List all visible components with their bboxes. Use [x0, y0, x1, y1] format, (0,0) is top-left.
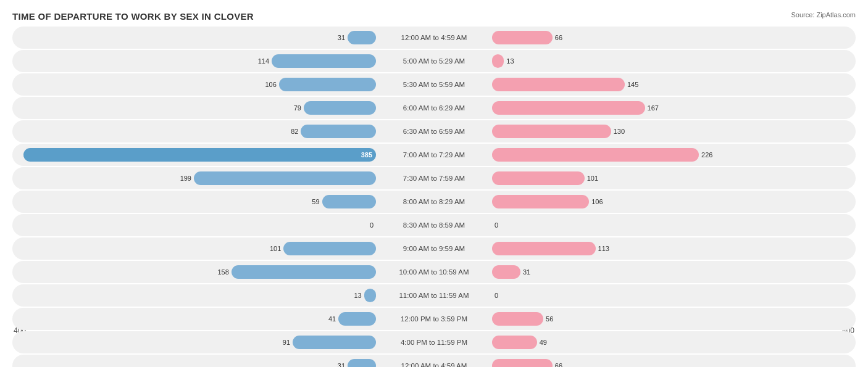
time-label: 10:00 AM to 10:59 AM: [378, 268, 490, 276]
male-outside-value: 106: [265, 81, 277, 88]
female-bar: [492, 171, 585, 185]
chart-row: 598:00 AM to 8:29 AM106: [12, 191, 856, 213]
row-inner: 1145:00 AM to 5:29 AM13: [12, 50, 856, 72]
male-outside-value: 31: [338, 34, 345, 41]
female-outside-value: 13: [506, 57, 514, 65]
male-outside-value: 91: [283, 339, 290, 346]
row-inner: 3857:00 AM to 7:29 AM226: [12, 144, 856, 166]
male-outside-value: 114: [258, 57, 269, 65]
right-section: 0: [490, 284, 856, 307]
time-label: 8:00 AM to 8:29 AM: [378, 198, 490, 205]
male-outside-value: 41: [328, 315, 336, 323]
right-section: 66: [490, 355, 856, 367]
left-section: 199: [12, 167, 378, 189]
chart-row: 3112:00 AM to 4:59 AM66: [12, 355, 856, 367]
female-bar: [492, 359, 553, 367]
female-bar: [492, 31, 553, 44]
time-label: 12:00 AM to 4:59 AM: [378, 34, 490, 41]
left-section: 91: [12, 331, 378, 353]
female-bar: [492, 242, 596, 255]
chart-row: 1019:00 AM to 9:59 AM113: [12, 237, 856, 260]
right-section: 167: [490, 97, 856, 119]
male-bar: [232, 265, 376, 279]
time-label: 12:00 PM to 3:59 PM: [378, 315, 490, 323]
row-inner: 3112:00 AM to 4:59 AM66: [12, 355, 856, 367]
female-zero-value: 0: [495, 292, 498, 299]
chart-row: 1145:00 AM to 5:29 AM13: [12, 50, 856, 72]
time-label: 4:00 PM to 11:59 PM: [378, 339, 490, 346]
male-value: 385: [357, 151, 372, 159]
left-section: 31: [12, 27, 378, 49]
row-inner: 796:00 AM to 6:29 AM167: [12, 97, 856, 119]
chart-row: 1311:00 AM to 11:59 AM0: [12, 284, 856, 307]
left-section: 79: [12, 97, 378, 119]
male-bar: [272, 54, 376, 68]
male-bar: [293, 336, 376, 349]
right-section: 49: [490, 331, 856, 353]
female-bar: [492, 148, 699, 162]
right-section: 13: [490, 50, 856, 72]
male-bar: [283, 242, 376, 255]
time-label: 12:00 AM to 4:59 AM: [378, 362, 490, 367]
left-section: 385: [12, 144, 378, 166]
male-outside-value: 101: [270, 245, 281, 252]
female-outside-value: 49: [540, 339, 547, 346]
left-section: 13: [12, 284, 378, 307]
right-section: 101: [490, 167, 856, 189]
male-bar: [279, 78, 376, 91]
chart-row: 1997:30 AM to 7:59 AM101: [12, 167, 856, 189]
female-outside-value: 31: [523, 268, 530, 276]
male-zero-value: 0: [370, 221, 373, 229]
male-bar: [338, 312, 376, 326]
female-outside-value: 145: [627, 81, 638, 88]
male-bar: [322, 195, 376, 208]
row-inner: 914:00 PM to 11:59 PM49: [12, 331, 856, 353]
right-section: 226: [490, 144, 856, 166]
male-bar: 385: [23, 148, 376, 162]
chart-row: 796:00 AM to 6:29 AM167: [12, 97, 856, 119]
female-bar: [492, 78, 625, 91]
left-section: 106: [12, 73, 378, 96]
male-outside-value: 199: [180, 175, 191, 182]
chart-row: 3112:00 AM to 4:59 AM66: [12, 27, 856, 49]
female-outside-value: 101: [587, 175, 598, 182]
row-inner: 1065:30 AM to 5:59 AM145: [12, 73, 856, 96]
male-bar: [348, 31, 376, 44]
left-section: 158: [12, 261, 378, 283]
row-inner: 1997:30 AM to 7:59 AM101: [12, 167, 856, 189]
male-outside-value: 31: [338, 362, 345, 367]
female-outside-value: 113: [598, 245, 609, 252]
chart-row: 4112:00 PM to 3:59 PM56: [12, 308, 856, 330]
row-inner: 598:00 AM to 8:29 AM106: [12, 191, 856, 213]
row-inner: 826:30 AM to 6:59 AM130: [12, 120, 856, 142]
right-section: 56: [490, 308, 856, 330]
chart-row: 914:00 PM to 11:59 PM49: [12, 331, 856, 353]
left-section: 0: [12, 214, 378, 236]
right-section: 130: [490, 120, 856, 142]
row-inner: 3112:00 AM to 4:59 AM66: [12, 27, 856, 49]
right-section: 0: [490, 214, 856, 236]
time-label: 7:30 AM to 7:59 AM: [378, 175, 490, 182]
male-bar: [364, 289, 376, 302]
male-outside-value: 79: [294, 104, 301, 112]
left-section: 31: [12, 355, 378, 367]
female-outside-value: 66: [555, 34, 562, 41]
chart-area: 3112:00 AM to 4:59 AM661145:00 AM to 5:2…: [12, 27, 856, 324]
time-label: 8:30 AM to 8:59 AM: [378, 221, 490, 229]
left-section: 82: [12, 120, 378, 142]
left-section: 41: [12, 308, 378, 330]
time-label: 6:30 AM to 6:59 AM: [378, 128, 490, 135]
time-label: 9:00 AM to 9:59 AM: [378, 245, 490, 252]
male-outside-value: 158: [217, 268, 228, 276]
time-label: 6:00 AM to 6:29 AM: [378, 104, 490, 112]
row-inner: 4112:00 PM to 3:59 PM56: [12, 308, 856, 330]
left-section: 59: [12, 191, 378, 213]
chart-row: 15810:00 AM to 10:59 AM31: [12, 261, 856, 283]
row-inner: 08:30 AM to 8:59 AM0: [12, 214, 856, 236]
female-outside-value: 106: [591, 198, 603, 205]
row-inner: 1311:00 AM to 11:59 AM0: [12, 284, 856, 307]
right-section: 31: [490, 261, 856, 283]
left-section: 101: [12, 237, 378, 260]
chart-title: TIME OF DEPARTURE TO WORK BY SEX IN CLOV…: [12, 11, 856, 22]
left-section: 114: [12, 50, 378, 72]
